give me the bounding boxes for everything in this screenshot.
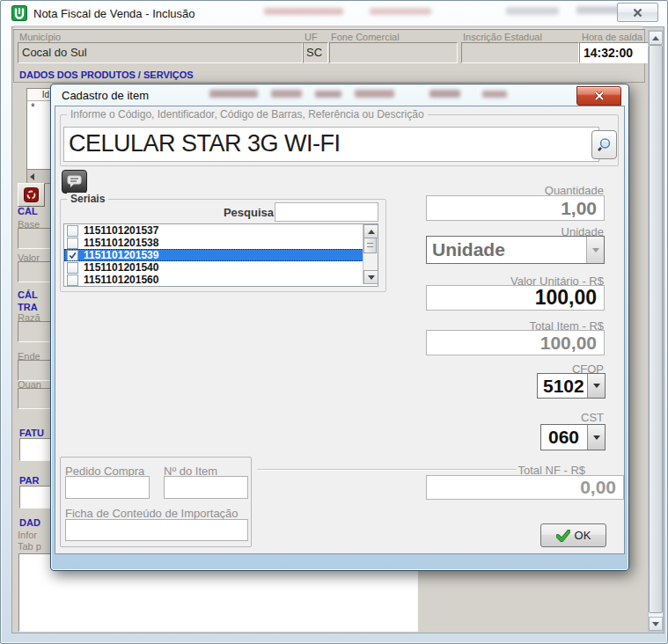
section-calculo-label: CÁL <box>18 206 38 216</box>
serial-row[interactable]: 1151101201537 <box>64 224 378 237</box>
dropdown-button[interactable] <box>587 425 605 450</box>
quantidade-bg-field[interactable] <box>18 388 53 409</box>
section-products-title: DADOS DOS PRODUTOS / SERVIÇOS <box>19 70 194 80</box>
serial-number: 1151101201538 <box>84 237 158 249</box>
fone-comercial-field[interactable] <box>329 42 458 63</box>
unidade-combobox[interactable]: Unidade <box>426 236 605 264</box>
background-artifact <box>264 8 343 15</box>
check-icon <box>69 252 77 260</box>
scroll-down-icon <box>652 622 659 626</box>
parcelas-field[interactable] <box>19 486 52 509</box>
list-scrollbar[interactable] <box>363 224 378 284</box>
delete-item-button[interactable] <box>18 183 45 207</box>
razao-field[interactable] <box>18 321 53 342</box>
valor-unitario-field[interactable]: 100,00 <box>426 285 605 311</box>
screen: Nota Fiscal de Venda - Inclusão Municípi… <box>0 0 668 644</box>
section-calculo2-label: CÁL <box>18 289 38 300</box>
endereco-field[interactable] <box>18 360 53 381</box>
ficha-importacao-input[interactable] <box>65 519 248 541</box>
chevron-down-icon <box>592 248 599 252</box>
search-button[interactable] <box>591 130 617 159</box>
serial-checkbox[interactable] <box>67 238 78 249</box>
informacoes-label: Infor <box>18 530 37 540</box>
main-vertical-scrollbar[interactable] <box>648 30 664 632</box>
seriais-list[interactable]: 1151101201537 1151101201538 115110120153… <box>63 223 378 287</box>
section-parcelas-label: PAR <box>19 475 39 486</box>
municipio-field[interactable]: Cocal do Sul <box>18 42 303 63</box>
speech-bubble-icon <box>67 175 82 188</box>
window-close-button[interactable] <box>617 3 658 22</box>
ok-button-label: OK <box>575 529 591 542</box>
hora-saida-label: Hora de saída <box>582 32 642 42</box>
serial-checkbox[interactable] <box>67 225 78 237</box>
ok-button[interactable]: OK <box>540 523 606 547</box>
municipio-label: Município <box>19 32 61 42</box>
quantidade-field[interactable]: 1,00 <box>426 195 605 221</box>
cst-label: CST <box>426 411 604 424</box>
serial-checkbox[interactable] <box>67 262 78 274</box>
close-icon <box>633 8 642 18</box>
scroll-left-icon <box>30 173 34 180</box>
scroll-down-icon <box>368 275 375 280</box>
background-artifact <box>271 90 302 98</box>
section-transporte-label: TRA <box>18 302 38 312</box>
background-artifact <box>506 7 559 15</box>
cst-combobox[interactable]: 060 <box>540 424 606 450</box>
magnifier-icon <box>597 137 612 152</box>
numero-item-input[interactable] <box>164 476 248 499</box>
scroll-up-button[interactable] <box>649 31 663 45</box>
product-lookup-input[interactable]: CELULAR STAR 3G WI-FI <box>63 127 599 162</box>
red-recycle-icon <box>24 187 39 202</box>
section-dados-label: DAD <box>19 517 40 528</box>
dialog-close-button[interactable] <box>576 86 621 106</box>
grid-horizontal-scrollbar[interactable] <box>26 169 53 184</box>
dropdown-button[interactable] <box>587 374 605 398</box>
total-item-field[interactable]: 100,00 <box>426 330 605 355</box>
base-field[interactable] <box>18 228 53 249</box>
serial-row[interactable]: 1151101201540 <box>64 261 378 274</box>
serial-row[interactable]: 1151101201560 <box>64 274 378 286</box>
list-scrollbar-thumb[interactable] <box>363 238 377 253</box>
faturamento-field[interactable] <box>19 438 52 461</box>
background-artifact <box>315 91 341 98</box>
app-logo-icon <box>11 5 27 21</box>
pedido-compra-input[interactable] <box>65 476 150 499</box>
list-scroll-up-button[interactable] <box>363 224 378 238</box>
scroll-up-icon <box>368 230 375 234</box>
serial-number: 1151101201540 <box>84 261 158 274</box>
serial-checkbox[interactable] <box>67 274 78 286</box>
uf-field[interactable]: SC <box>303 42 328 63</box>
valor-field[interactable] <box>18 261 53 282</box>
annotation-button[interactable] <box>62 170 87 194</box>
serial-number: 1151101201537 <box>84 224 158 237</box>
hora-saida-field[interactable]: 14:32:00 <box>579 42 649 63</box>
cfop-combobox[interactable]: 5102 <box>537 373 606 399</box>
cfop-value: 5102 <box>543 374 584 398</box>
background-artifact <box>355 90 394 98</box>
section-faturamento-label: FATU <box>19 428 44 438</box>
chevron-down-icon <box>593 435 600 440</box>
list-scroll-down-button[interactable] <box>363 270 378 284</box>
chevron-down-icon <box>593 384 600 388</box>
serial-row[interactable]: 1151101201538 <box>64 237 378 249</box>
tab-label: Tab p <box>18 541 41 552</box>
total-nf-field[interactable]: 0,00 <box>426 475 624 500</box>
pesquisa-input[interactable] <box>275 202 378 222</box>
inscricao-estadual-label: Inscrição Estadual <box>463 32 542 42</box>
serial-checkbox-checked[interactable] <box>67 250 78 261</box>
fone-comercial-label: Fone Comercial <box>331 32 400 42</box>
cst-value: 060 <box>548 425 579 450</box>
lookup-group-label: Informe o Código, Identificador, Código … <box>67 108 428 121</box>
dialog-client-area: Informe o Código, Identificador, Código … <box>55 106 625 554</box>
grid-column-header: Id <box>27 89 52 101</box>
scrollbar-thumb[interactable] <box>649 45 663 613</box>
scroll-down-button[interactable] <box>649 617 663 631</box>
background-artifact <box>370 8 431 15</box>
serial-row-selected[interactable]: 1151101201539 <box>64 249 378 261</box>
uf-label: UF <box>305 32 318 42</box>
dialog-title: Cadastro de item <box>62 89 149 102</box>
inscricao-estadual-field[interactable] <box>461 42 579 63</box>
close-icon <box>594 91 605 101</box>
dropdown-button[interactable] <box>586 237 604 263</box>
items-grid[interactable]: Id * <box>26 88 53 171</box>
